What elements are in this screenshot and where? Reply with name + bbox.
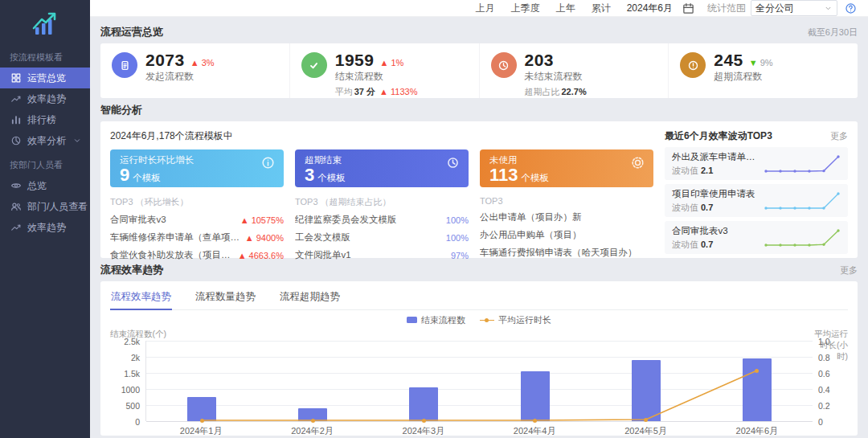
left-tick-label: 0 — [110, 417, 140, 427]
sidebar-nav: 按流程模板看运营总览效率趋势排行榜效率分析按部门人员看总览部门/人员查看效率趋势 — [0, 43, 90, 238]
right-tick-label: 0 — [818, 417, 848, 427]
smart-card-title: 未使用 — [489, 154, 644, 166]
smart-analysis-title: 智能分析 — [100, 103, 142, 117]
sidebar-item-overview[interactable]: 总览 — [0, 175, 90, 196]
legend-item[interactable]: 结束流程数 — [407, 314, 465, 326]
top3-list: TOP3 （超期结束占比）纪律监察委员会发文模版100%工会发文模版100%文件… — [295, 196, 469, 267]
sidebar-item-label: 排行榜 — [27, 113, 56, 127]
left-tick-label: 1.5k — [110, 369, 140, 379]
top3-item[interactable]: 食堂伙食补助发放表（项目办）▲ 4663.6% — [110, 249, 284, 261]
top3-list-header: TOP3 — [480, 196, 653, 206]
stat-card: 1959▲ 1%结束流程数平均37 分 ▲ 1133% — [289, 43, 479, 98]
left-tick-label: 1000 — [110, 385, 140, 395]
top3-list: TOP3 （环比增长）合同审批表v3▲ 10575%车辆维修保养申请单（查单项目… — [110, 196, 284, 267]
top3-item-name: 公出申请单（项目办）新 — [480, 211, 582, 223]
top3-item[interactable]: 车辆通行费报销申请表（哈天项目办） — [480, 247, 653, 259]
top3-item[interactable]: 办公用品申购单（项目） — [480, 229, 653, 241]
top3-item[interactable]: 合同审批表v3▲ 10575% — [110, 214, 284, 226]
smart-summary-card[interactable]: 超期结束3个模板 — [295, 149, 469, 187]
people-icon — [10, 201, 22, 212]
sidebar-item-ranking[interactable]: 排行榜 — [0, 109, 90, 130]
doc-icon — [112, 52, 137, 78]
legend-line-swatch — [480, 318, 494, 322]
sidebar-item-trend[interactable]: 效率趋势 — [0, 217, 90, 238]
stat-card: 203未结束流程数超期占比22.7% — [479, 43, 669, 98]
stat-value: 1959 — [335, 51, 375, 70]
period-button[interactable]: 上年 — [556, 2, 575, 14]
top3-item-name: 文件阅批单v1 — [295, 249, 351, 261]
trend-icon — [10, 222, 22, 233]
combo-chart: 结束流程数(个) 平均运行时长(小时) 2.5k2k1.5k10005000 1… — [110, 329, 848, 436]
period-button[interactable]: 上月 — [476, 2, 495, 14]
sidebar-item-trend[interactable]: 效率趋势 — [0, 88, 90, 109]
x-axis-label: 2024年2月 — [291, 425, 334, 437]
sidebar-item-label: 效率趋势 — [27, 221, 66, 235]
stat-label: 超期流程数 — [714, 70, 772, 84]
fluctuation-item[interactable]: 项目印章使用申请表波动值0.7 — [665, 184, 848, 217]
top3-item[interactable]: 文件阅批单v197% — [295, 249, 469, 261]
sidebar-item-dashboard[interactable]: 运营总览 — [0, 68, 90, 88]
top3-item-name: 车辆通行费报销申请表（哈天项目办） — [480, 247, 637, 259]
sidebar-item-analysis[interactable]: 效率分析 — [0, 130, 90, 151]
chevron-down-icon — [824, 4, 833, 13]
fluctuation-title: 最近6个月效率波动TOP3 — [665, 129, 772, 143]
sidebar-item-people[interactable]: 部门/人员查看 — [0, 196, 90, 217]
tab-1[interactable]: 流程效率趋势 — [110, 286, 172, 310]
smart-card-count: 3个模板 — [305, 166, 459, 186]
smart-card-count: 9个模板 — [120, 166, 274, 186]
smart-summary-card[interactable]: 未使用113个模板 — [480, 149, 653, 187]
calendar-icon[interactable] — [682, 2, 694, 14]
fluctuation-more-link[interactable]: 更多 — [830, 130, 848, 142]
top3-item-value: ▲ 9400% — [245, 233, 284, 243]
line-series — [146, 341, 813, 421]
left-tick-label: 2k — [110, 353, 140, 362]
period-button[interactable]: 上季度 — [511, 2, 540, 14]
stat-card: 245▼ 9%超期流程数 — [668, 43, 858, 98]
stat-card: 2073▲ 3%发起流程数 — [100, 43, 289, 98]
top3-item[interactable]: 纪律监察委员会发文模版100% — [295, 214, 469, 226]
fluctuation-item[interactable]: 合同审批表v3波动值0.7 — [665, 221, 848, 254]
warn-icon — [680, 52, 706, 78]
x-axis-label: 2024年4月 — [514, 425, 556, 437]
stamp-icon — [630, 155, 645, 170]
top3-item[interactable]: 车辆维修保养申请单（查单项目办）▲ 9400% — [110, 231, 284, 244]
period-button[interactable]: 累计 — [592, 2, 611, 14]
as-of-date: 截至6月30日 — [808, 27, 858, 39]
help-icon[interactable] — [845, 2, 857, 14]
right-tick-label: 0.6 — [818, 369, 848, 379]
smart-summary-card[interactable]: 运行时长环比增长9个模板 — [110, 149, 284, 187]
dashboard-icon — [10, 72, 22, 84]
scope-select[interactable]: 全分公司 — [751, 0, 837, 16]
trend-section-title: 流程效率趋势 — [100, 263, 163, 277]
top3-item-name: 纪律监察委员会发文模版 — [295, 214, 397, 226]
x-axis-label: 2024年1月 — [180, 425, 223, 437]
trend-card: 流程效率趋势流程数量趋势流程超期趋势 结束流程数平均运行时长 结束流程数(个) … — [100, 281, 858, 436]
tab-3[interactable]: 流程超期趋势 — [279, 286, 341, 310]
x-axis-label: 2024年3月 — [403, 425, 445, 437]
overview-stats-card: 2073▲ 3%发起流程数1959▲ 1%结束流程数平均37 分 ▲ 1133%… — [100, 43, 858, 98]
smart-intro: 2024年6月,178个流程模板中 — [110, 129, 653, 143]
fluctuation-metric: 波动值2.1 — [672, 165, 755, 177]
top3-item-name: 办公用品申购单（项目） — [480, 229, 582, 241]
trend-icon — [10, 93, 22, 104]
scope-label: 统计范围 — [707, 2, 746, 15]
trend-more-link[interactable]: 更多 — [840, 264, 858, 276]
fluctuation-metric: 波动值0.7 — [672, 239, 728, 251]
fluctuation-item-name: 项目印章使用申请表 — [672, 188, 755, 200]
legend-item[interactable]: 平均运行时长 — [480, 314, 551, 326]
tab-2[interactable]: 流程数量趋势 — [194, 286, 256, 310]
right-tick-label: 0.4 — [818, 385, 848, 395]
smart-analysis-card: 2024年6月,178个流程模板中 运行时长环比增长9个模板超期结束3个模板未使… — [100, 121, 858, 258]
legend-bar-swatch — [407, 317, 417, 323]
scope-select-value: 全分公司 — [755, 2, 794, 15]
smart-card-count: 113个模板 — [489, 166, 644, 186]
left-tick-label: 500 — [110, 401, 140, 411]
date-filter[interactable]: 2024年6月 — [627, 2, 673, 15]
top3-item[interactable]: 工会发文模版100% — [295, 231, 469, 244]
right-tick-label: 1.0 — [818, 337, 848, 346]
top3-item[interactable]: 公出申请单（项目办）新 — [480, 211, 653, 223]
top3-list: TOP3公出申请单（项目办）新办公用品申购单（项目）车辆通行费报销申请表（哈天项… — [480, 196, 653, 267]
fluctuation-item[interactable]: 外出及派车申请单…波动值2.1 — [665, 147, 848, 180]
stat-subtext: 平均37 分 ▲ 1133% — [335, 86, 418, 98]
app-logo-icon — [0, 0, 90, 43]
